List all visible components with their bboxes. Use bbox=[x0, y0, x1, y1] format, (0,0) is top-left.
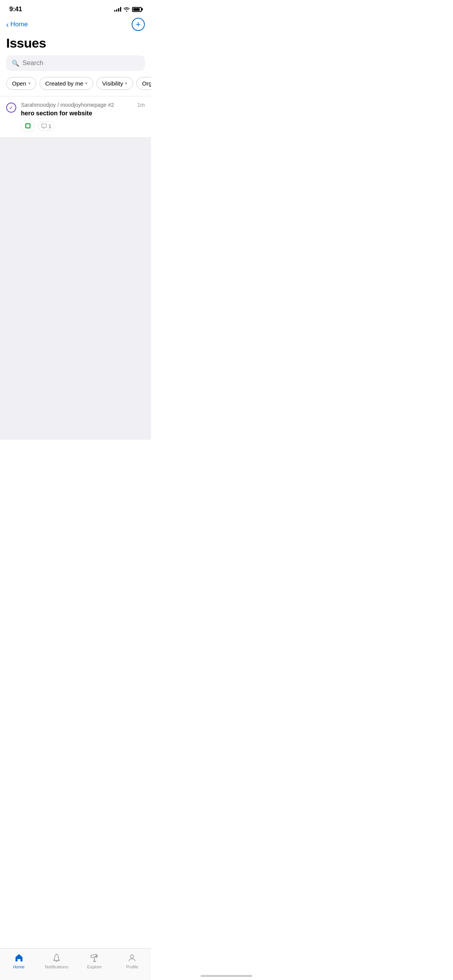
filter-visibility-label: Visibility bbox=[102, 80, 123, 87]
table-row[interactable]: ✓ Sarahmoodjoy / moodjoyhomepage #2 1m h… bbox=[0, 96, 151, 138]
issue-content: Sarahmoodjoy / moodjoyhomepage #2 1m her… bbox=[21, 102, 145, 132]
search-input[interactable] bbox=[22, 59, 139, 67]
green-label-svg bbox=[24, 122, 31, 129]
issue-time: 1m bbox=[137, 102, 145, 108]
issue-tags: 1 bbox=[21, 121, 145, 132]
page-title: Issues bbox=[6, 36, 145, 51]
chevron-down-icon: ▾ bbox=[125, 81, 127, 86]
filter-organization[interactable]: Organization ▾ bbox=[136, 77, 151, 90]
issue-status-open-icon: ✓ bbox=[6, 103, 16, 113]
comment-count: 1 bbox=[48, 123, 51, 129]
search-container: 🔍 bbox=[0, 55, 151, 77]
status-bar: 9:41 bbox=[0, 0, 151, 16]
checkmark-icon: ✓ bbox=[9, 105, 14, 110]
back-label: Home bbox=[10, 21, 28, 28]
battery-icon bbox=[132, 7, 142, 12]
wifi-icon bbox=[124, 7, 130, 12]
svg-rect-1 bbox=[26, 124, 29, 127]
filter-open-label: Open bbox=[12, 80, 26, 87]
add-button[interactable]: + bbox=[132, 18, 145, 31]
filter-open[interactable]: Open ▾ bbox=[6, 77, 36, 90]
back-chevron-icon: ‹ bbox=[6, 21, 9, 28]
issue-title: hero section for website bbox=[21, 110, 145, 118]
search-icon: 🔍 bbox=[12, 60, 19, 67]
chevron-down-icon: ▾ bbox=[28, 81, 31, 86]
page-title-container: Issues bbox=[0, 34, 151, 55]
issue-repo: Sarahmoodjoy / moodjoyhomepage #2 bbox=[21, 102, 135, 108]
nav-header: ‹ Home + bbox=[0, 16, 151, 34]
label-color-icon bbox=[24, 122, 31, 130]
status-time: 9:41 bbox=[9, 5, 22, 13]
issues-list: ✓ Sarahmoodjoy / moodjoyhomepage #2 1m h… bbox=[0, 96, 151, 138]
filters-container: Open ▾ Created by me ▾ Visibility ▾ Orga… bbox=[0, 77, 151, 96]
issue-meta: Sarahmoodjoy / moodjoyhomepage #2 1m bbox=[21, 102, 145, 108]
chevron-down-icon: ▾ bbox=[85, 81, 88, 86]
issue-label bbox=[21, 121, 35, 132]
back-button[interactable]: ‹ Home bbox=[6, 21, 28, 28]
empty-content-area bbox=[0, 138, 151, 440]
filter-created-by-me-label: Created by me bbox=[45, 80, 83, 87]
signal-icon bbox=[114, 7, 121, 12]
filter-organization-label: Organization bbox=[142, 80, 151, 87]
filter-visibility[interactable]: Visibility ▾ bbox=[96, 77, 133, 90]
comment-icon bbox=[41, 123, 47, 129]
add-icon: + bbox=[136, 20, 141, 29]
filter-created-by-me[interactable]: Created by me ▾ bbox=[39, 77, 93, 90]
status-icons bbox=[114, 7, 142, 12]
search-bar[interactable]: 🔍 bbox=[6, 55, 145, 71]
comment-count-badge: 1 bbox=[38, 122, 55, 131]
